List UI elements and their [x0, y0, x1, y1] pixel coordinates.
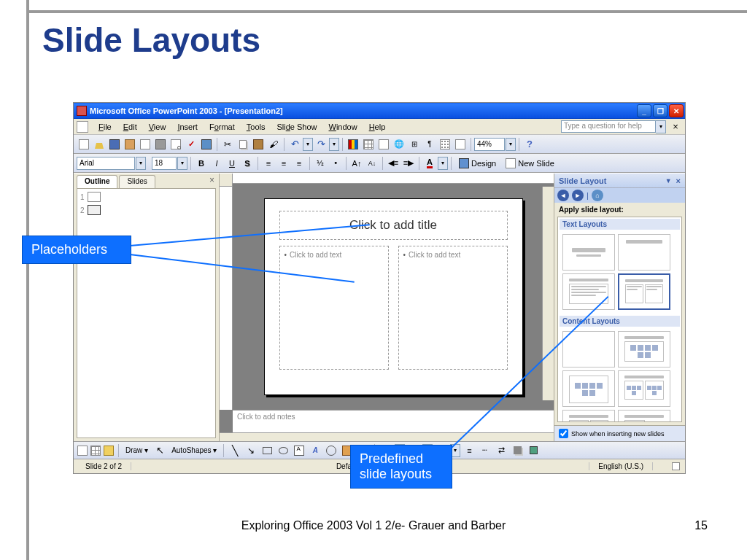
- increase-font-icon[interactable]: A↑: [349, 156, 364, 171]
- draw-menu[interactable]: Draw ▾: [123, 445, 151, 456]
- pane-close-icon[interactable]: ×: [209, 175, 214, 188]
- taskpane-close-icon[interactable]: ×: [676, 176, 681, 185]
- font-dropdown[interactable]: ▾: [136, 157, 146, 170]
- design-button[interactable]: Design: [454, 157, 500, 170]
- redo-dropdown[interactable]: ▾: [329, 138, 339, 151]
- dashstyle-icon[interactable]: ┄: [478, 443, 492, 458]
- rectangle-icon[interactable]: [260, 443, 274, 458]
- zoom-input[interactable]: 44%: [474, 138, 505, 151]
- oval-icon[interactable]: [276, 443, 290, 458]
- fontcolor-dropdown[interactable]: ▾: [438, 157, 448, 170]
- copy-icon[interactable]: [236, 137, 250, 152]
- align-center-icon[interactable]: ≡: [276, 156, 291, 171]
- shadow-icon[interactable]: S: [240, 156, 255, 171]
- help-search-input[interactable]: Type a question for help: [561, 120, 656, 133]
- nav-home-icon[interactable]: ⌂: [592, 190, 603, 201]
- layout-list[interactable]: Text Layouts: [557, 217, 682, 422]
- italic-icon[interactable]: I: [209, 156, 224, 171]
- menu-window[interactable]: Window: [323, 121, 363, 133]
- print-icon[interactable]: [153, 137, 168, 152]
- nav-back-icon[interactable]: ◄: [557, 190, 569, 201]
- outline-body[interactable]: 1 2: [77, 188, 216, 438]
- menu-format[interactable]: Format: [204, 121, 241, 133]
- close-button[interactable]: ✕: [669, 104, 684, 117]
- tables-borders-icon[interactable]: [376, 137, 391, 152]
- save-icon[interactable]: [107, 137, 122, 152]
- notes-area[interactable]: Click to add notes: [233, 410, 554, 432]
- format-painter-icon[interactable]: 🖌: [266, 137, 281, 152]
- help-dropdown-arrow[interactable]: ▾: [656, 120, 666, 133]
- taskpane-menu-dropdown[interactable]: ▼: [665, 177, 672, 184]
- align-left-icon[interactable]: ≡: [261, 156, 276, 171]
- new-icon[interactable]: [77, 137, 91, 152]
- font-selector[interactable]: Arial: [77, 157, 135, 170]
- undo-icon[interactable]: ↶: [287, 137, 302, 152]
- show-formatting-icon[interactable]: ¶: [422, 137, 437, 152]
- open-icon[interactable]: [92, 137, 107, 152]
- document-close-button[interactable]: ×: [670, 121, 681, 132]
- nav-forward-icon[interactable]: ►: [572, 190, 584, 201]
- arrowstyle-icon[interactable]: ⇄: [494, 443, 508, 458]
- layout-title-only[interactable]: [618, 234, 670, 271]
- numbering-icon[interactable]: ⅟₂: [313, 156, 328, 171]
- fontsize-dropdown[interactable]: ▾: [177, 157, 187, 170]
- table-icon[interactable]: [361, 137, 376, 152]
- maximize-button[interactable]: ❐: [653, 104, 667, 117]
- select-arrow-icon[interactable]: ↖: [152, 443, 167, 458]
- tab-outline[interactable]: Outline: [77, 175, 117, 188]
- undo-dropdown[interactable]: ▾: [303, 138, 313, 151]
- tab-slides[interactable]: Slides: [119, 175, 155, 188]
- slide-canvas-area[interactable]: Click to add title •Click to add text •C…: [233, 184, 554, 410]
- status-icon[interactable]: [670, 462, 681, 472]
- normal-view-icon[interactable]: [77, 445, 88, 456]
- textbox-icon[interactable]: A: [292, 443, 306, 458]
- show-when-inserting-checkbox[interactable]: Show when inserting new slides: [554, 425, 685, 441]
- slideshow-view-icon[interactable]: [103, 445, 115, 456]
- slide-canvas[interactable]: Click to add title •Click to add text •C…: [264, 198, 523, 395]
- 3d-style-icon[interactable]: [526, 443, 541, 458]
- menu-edit[interactable]: Edit: [117, 121, 143, 133]
- color-icon[interactable]: [453, 137, 468, 152]
- help-icon[interactable]: ?: [522, 137, 537, 152]
- menu-insert[interactable]: Insert: [171, 121, 204, 133]
- research-icon[interactable]: [199, 137, 214, 152]
- diagram-icon[interactable]: [324, 443, 338, 458]
- cut-icon[interactable]: ✂: [220, 137, 235, 152]
- vertical-scrollbar[interactable]: [542, 187, 554, 400]
- layout-4content[interactable]: [618, 410, 670, 422]
- horizontal-scrollbar[interactable]: [220, 432, 554, 441]
- mail-icon[interactable]: [138, 137, 152, 152]
- show-inserting-checkbox-input[interactable]: [559, 429, 568, 438]
- bold-icon[interactable]: B: [194, 156, 209, 171]
- menu-slideshow[interactable]: Slide Show: [271, 121, 322, 133]
- minimize-button[interactable]: _: [637, 104, 651, 117]
- menu-help[interactable]: Help: [363, 121, 392, 133]
- outline-slide-1[interactable]: 1: [80, 192, 212, 202]
- layout-blank[interactable]: [562, 331, 615, 368]
- chart-icon[interactable]: [346, 137, 360, 152]
- left-text-placeholder[interactable]: •Click to add text: [279, 246, 389, 370]
- layout-title-content[interactable]: [562, 370, 615, 407]
- layout-2content[interactable]: [618, 370, 670, 407]
- layout-content[interactable]: [618, 331, 670, 368]
- decrease-indent-icon[interactable]: ◀≡: [386, 156, 400, 171]
- layout-title-2col-text[interactable]: [618, 273, 670, 310]
- layout-title-text[interactable]: [562, 273, 615, 310]
- align-right-icon[interactable]: ≡: [292, 156, 306, 171]
- fontsize-selector[interactable]: 18: [152, 157, 177, 170]
- decrease-font-icon[interactable]: A↓: [365, 156, 379, 171]
- linestyle-icon[interactable]: ≡: [462, 443, 476, 458]
- menu-view[interactable]: View: [143, 121, 172, 133]
- spelling-icon[interactable]: ✓: [184, 137, 198, 152]
- right-text-placeholder[interactable]: •Click to add text: [398, 246, 508, 370]
- wordart-icon[interactable]: A: [308, 443, 322, 458]
- sorter-view-icon[interactable]: [90, 445, 101, 456]
- new-slide-button[interactable]: New Slide: [501, 157, 559, 170]
- layout-3content[interactable]: [562, 410, 615, 422]
- bullets-icon[interactable]: ⦁: [328, 156, 343, 171]
- paste-icon[interactable]: [251, 137, 266, 152]
- arrow-icon[interactable]: ↘: [244, 443, 258, 458]
- zoom-dropdown[interactable]: ▾: [506, 138, 516, 151]
- preview-icon[interactable]: [169, 137, 183, 152]
- document-icon[interactable]: [77, 121, 88, 133]
